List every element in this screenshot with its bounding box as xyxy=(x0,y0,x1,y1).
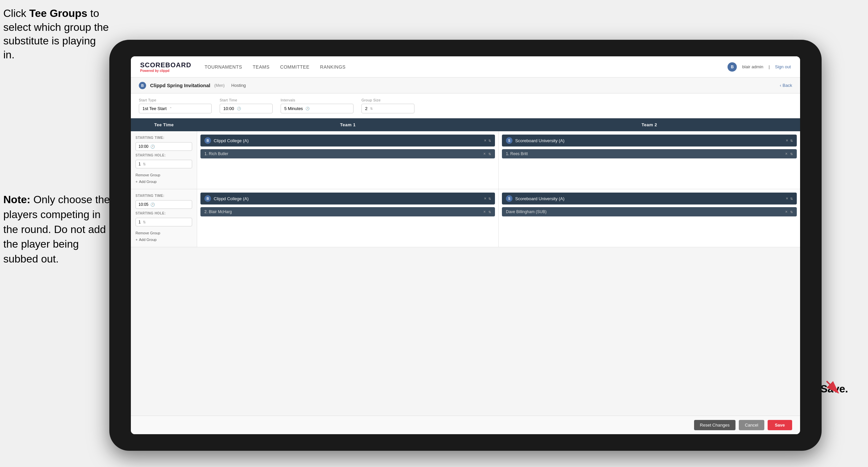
player-2-team1[interactable]: 2. Blair McHarg × ⇅ xyxy=(200,207,495,216)
starting-hole-input-1[interactable]: 1 ⇅ xyxy=(135,160,192,168)
sub-header: B Clippd Spring Invitational (Men) Hosti… xyxy=(131,78,800,93)
player-1-close-team2[interactable]: × xyxy=(785,151,787,156)
team2-name-2: Scoreboard University (A) xyxy=(515,196,783,201)
team2-badge-1: S xyxy=(506,137,513,144)
player-1-close-team1[interactable]: × xyxy=(483,151,486,156)
start-time-input[interactable]: 10:00 🕐 xyxy=(220,104,273,113)
back-button[interactable]: ‹ Back xyxy=(780,83,792,88)
team1-arrows-1[interactable]: ⇅ xyxy=(488,139,491,143)
hole-spinner-2[interactable]: ⇅ xyxy=(143,220,146,224)
start-type-spinner[interactable]: ⌃ xyxy=(169,107,172,110)
save-bold-label: Save. xyxy=(820,383,848,395)
starting-time-label-1: STARTING TIME: xyxy=(135,136,192,140)
team1-close-2[interactable]: × xyxy=(484,196,486,201)
nav-right: B blair admin | Sign out xyxy=(727,62,791,71)
col-team2: Team 2 xyxy=(499,118,800,131)
group-1-actions: Remove Group + Add Group xyxy=(135,172,192,184)
nav-avatar: B xyxy=(727,62,737,71)
start-type-field: Start Type 1st Tee Start ⌃ xyxy=(139,98,212,113)
player-2-name-team2: Dave Billingham (SUB) xyxy=(506,209,782,214)
team2-name-1: Scoreboard University (A) xyxy=(515,138,783,143)
team2-arrows-2[interactable]: ⇅ xyxy=(790,197,793,201)
player-2-close-team2[interactable]: × xyxy=(785,209,787,214)
logo-area: SCOREBOARD Powered by clippd xyxy=(140,61,191,72)
player-1-arrows-team2[interactable]: ⇅ xyxy=(790,152,793,156)
player-2-arrows-team1[interactable]: ⇅ xyxy=(488,210,491,214)
group-size-label: Group Size xyxy=(362,98,414,102)
team2-controls-1: × ⇅ xyxy=(786,138,793,143)
remove-group-btn-1[interactable]: Remove Group xyxy=(135,172,192,178)
starting-hole-value-2: 1 xyxy=(138,220,141,224)
team1-close-1[interactable]: × xyxy=(484,138,486,143)
add-icon-1: + xyxy=(135,180,137,184)
intervals-label: Intervals xyxy=(281,98,353,102)
group-size-field: Group Size 2 ⇅ xyxy=(362,98,414,113)
nav-tournaments[interactable]: TOURNAMENTS xyxy=(205,63,242,71)
group-row: STARTING TIME: 10:00 🕐 STARTING HOLE: 1 … xyxy=(131,131,800,189)
hole-spinner-1[interactable]: ⇅ xyxy=(143,162,146,166)
col-team1: Team 1 xyxy=(197,118,499,131)
clock-icon-1: 🕐 xyxy=(150,145,155,149)
remove-group-btn-2[interactable]: Remove Group xyxy=(135,230,192,236)
team2-close-2[interactable]: × xyxy=(786,196,788,201)
group-2-team1: B Clippd College (A) × ⇅ 2. Blair McHarg… xyxy=(197,189,499,247)
team1-badge-2: B xyxy=(205,195,211,202)
player-1-team2[interactable]: 1. Rees Britt × ⇅ xyxy=(502,149,797,158)
navbar: SCOREBOARD Powered by clippd TOURNAMENTS… xyxy=(131,56,800,78)
team2-card-2[interactable]: S Scoreboard University (A) × ⇅ xyxy=(502,193,797,204)
starting-hole-label-2: STARTING HOLE: xyxy=(135,211,192,215)
starting-hole-input-2[interactable]: 1 ⇅ xyxy=(135,218,192,226)
bottom-action-bar: Reset Changes Cancel Save xyxy=(131,416,800,434)
group-1-team1: B Clippd College (A) × ⇅ 1. Rich Butler … xyxy=(197,131,499,189)
start-type-input[interactable]: 1st Tee Start ⌃ xyxy=(139,104,212,113)
team1-card-1[interactable]: B Clippd College (A) × ⇅ xyxy=(200,135,495,146)
save-button[interactable]: Save xyxy=(768,420,792,430)
team2-close-1[interactable]: × xyxy=(786,138,788,143)
starting-time-label-2: STARTING TIME: xyxy=(135,194,192,198)
start-time-label: Start Time xyxy=(220,98,273,102)
note-label: Note: xyxy=(3,194,30,205)
starting-time-value-2: 10:05 xyxy=(138,202,148,207)
start-time-value: 10:00 xyxy=(223,106,234,111)
add-group-btn-2[interactable]: + Add Group xyxy=(135,237,192,242)
player-2-arrows-team2[interactable]: ⇅ xyxy=(790,210,793,214)
nav-committee[interactable]: COMMITTEE xyxy=(280,63,310,71)
player-2-close-team1[interactable]: × xyxy=(483,209,486,214)
hosting-label: Hosting xyxy=(231,83,246,88)
team2-card-1[interactable]: S Scoreboard University (A) × ⇅ xyxy=(502,135,797,146)
instruction-top: Click Tee Groups to select which group t… xyxy=(3,7,109,62)
group-size-spinner[interactable]: ⇅ xyxy=(370,107,373,110)
player-1-name-team1: 1. Rich Butler xyxy=(205,151,481,156)
tablet-screen: SCOREBOARD Powered by clippd TOURNAMENTS… xyxy=(131,56,800,434)
player-1-team1[interactable]: 1. Rich Butler × ⇅ xyxy=(200,149,495,158)
starting-time-input-2[interactable]: 10:05 🕐 xyxy=(135,200,192,209)
starting-hole-label-1: STARTING HOLE: xyxy=(135,153,192,157)
cancel-button[interactable]: Cancel xyxy=(739,420,764,430)
team1-name-2: Clippd College (A) xyxy=(214,196,482,201)
add-group-btn-1[interactable]: + Add Group xyxy=(135,179,192,184)
reset-changes-button[interactable]: Reset Changes xyxy=(694,420,736,430)
player-2-team2[interactable]: Dave Billingham (SUB) × ⇅ xyxy=(502,207,797,216)
group-size-input[interactable]: 2 ⇅ xyxy=(362,104,414,113)
team1-card-2[interactable]: B Clippd College (A) × ⇅ xyxy=(200,193,495,204)
start-time-field: Start Time 10:00 🕐 xyxy=(220,98,273,113)
intervals-input[interactable]: 5 Minutes 🕐 xyxy=(281,104,353,113)
back-chevron: ‹ xyxy=(780,83,781,88)
nav-teams[interactable]: TEAMS xyxy=(253,63,270,71)
config-row: Start Type 1st Tee Start ⌃ Start Time 10… xyxy=(131,93,800,118)
player-1-arrows-team1[interactable]: ⇅ xyxy=(488,152,491,156)
starting-time-input-1[interactable]: 10:00 🕐 xyxy=(135,142,192,151)
nav-rankings[interactable]: RANKINGS xyxy=(320,63,345,71)
start-time-clock: 🕐 xyxy=(237,107,241,110)
nav-separator: | xyxy=(769,64,770,69)
group-row-2: STARTING TIME: 10:05 🕐 STARTING HOLE: 1 … xyxy=(131,189,800,247)
team1-arrows-2[interactable]: ⇅ xyxy=(488,197,491,201)
team2-badge-2: S xyxy=(506,195,513,202)
sign-out-link[interactable]: Sign out xyxy=(775,64,791,69)
table-header: Tee Time Team 1 Team 2 xyxy=(131,118,800,131)
intervals-clock: 🕐 xyxy=(306,107,309,110)
team2-arrows-1[interactable]: ⇅ xyxy=(790,139,793,143)
logo-powered: Powered by clippd xyxy=(140,69,191,72)
sub-header-badge: B xyxy=(139,82,146,89)
starting-time-value-1: 10:00 xyxy=(138,144,148,149)
